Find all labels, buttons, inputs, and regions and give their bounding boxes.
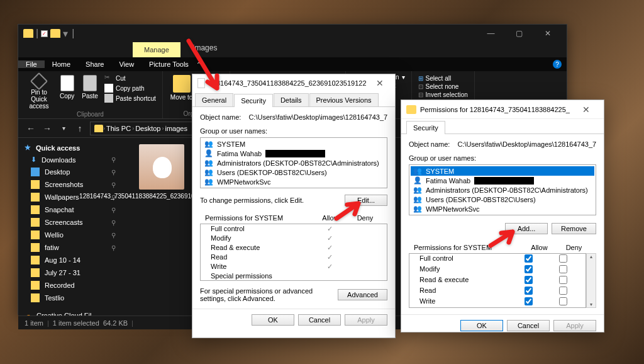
close-button[interactable]: ✕ — [370, 78, 390, 88]
close-button[interactable]: ✕ — [574, 105, 599, 115]
sidebar-item-screenshots[interactable]: Screenshots⚲ — [18, 178, 122, 191]
dialog-title-bar: Permissions for 128164743_73504118388422… — [401, 100, 604, 119]
navigation-pane: ★Quick access ⬇Downloads⚲ Desktop⚲ Scree… — [18, 138, 122, 316]
manage-tab[interactable]: Manage — [133, 42, 180, 57]
tab-security[interactable]: Security — [406, 121, 445, 134]
sidebar-item-july[interactable]: July 27 - 31 — [18, 266, 122, 279]
sidebar-item-aug[interactable]: Aug 10 - 14 — [18, 254, 122, 266]
sidebar-item-wellio[interactable]: Wellio⚲ — [18, 229, 122, 241]
sidebar-item-recorded[interactable]: Recorded — [18, 279, 122, 292]
deny-checkbox[interactable] — [559, 276, 567, 284]
tab-general[interactable]: General — [195, 93, 233, 106]
forward-button[interactable]: → — [41, 123, 53, 134]
file-icon — [197, 78, 205, 88]
help-icon[interactable]: ? — [553, 60, 562, 69]
deny-checkbox[interactable] — [559, 297, 567, 305]
deny-checkbox[interactable] — [559, 287, 567, 295]
folder-icon — [94, 125, 103, 132]
list-item[interactable]: 👤Fatima Wahab — [202, 149, 386, 158]
list-item[interactable]: 👥Administrators (DESKTOP-0BST82C\Adminis… — [202, 158, 386, 168]
list-item[interactable]: 👤Fatima Wahab — [411, 176, 594, 185]
list-item[interactable]: 👥WMPNetworkSvc — [202, 177, 386, 186]
sidebar-item-creative-cloud[interactable]: ☁Creative Cloud Fil⌄ — [18, 309, 122, 316]
sidebar-item-desktop[interactable]: Desktop⚲ — [18, 166, 122, 178]
minimize-button[interactable]: — — [477, 25, 505, 42]
dialog-title-bar: 128164743_735041183884225_62369102351912… — [192, 74, 395, 92]
allow-checkbox[interactable] — [525, 287, 533, 295]
user-list[interactable]: 👥SYSTEM 👤Fatima Wahab 👥Administrators (D… — [409, 164, 596, 215]
pin-icon — [30, 72, 48, 90]
share-menu[interactable]: Share — [78, 60, 111, 68]
file-menu[interactable]: File — [18, 60, 45, 68]
permissions-table: Full control✓ Modify✓ Read & execute✓ Re… — [200, 224, 387, 281]
view-menu[interactable]: View — [111, 60, 142, 68]
check-icon: ✓ — [41, 30, 48, 37]
ok-button[interactable]: OK — [252, 314, 294, 326]
tab-security[interactable]: Security — [234, 94, 273, 107]
back-button[interactable]: ← — [25, 123, 37, 134]
folder-icon — [23, 29, 33, 38]
sidebar-item-quick-access[interactable]: ★Quick access — [18, 142, 122, 154]
picture-tools-menu[interactable]: Picture Tools — [142, 60, 196, 68]
copy-path-button[interactable]: Copy path — [104, 84, 156, 93]
scrollbar[interactable]: ▴▾ — [586, 253, 596, 308]
menu-bar: File Home Share View Picture Tools ⌃ ? — [18, 57, 567, 71]
remove-button[interactable]: Remove — [552, 223, 596, 234]
allow-checkbox[interactable] — [525, 297, 533, 305]
sidebar-item-testlio[interactable]: Testlio — [18, 292, 122, 304]
folder-icon — [173, 75, 191, 93]
maximize-button[interactable]: ▢ — [505, 25, 533, 42]
copy-icon — [60, 75, 74, 91]
copy-button[interactable]: Copy — [56, 74, 78, 111]
select-all-button[interactable]: ⊞Select all — [418, 75, 468, 82]
deny-checkbox[interactable] — [559, 265, 567, 273]
apply-button[interactable]: Apply — [345, 314, 387, 326]
sidebar-item-snapchat[interactable]: Snapchat⚲ — [18, 203, 122, 216]
advanced-button[interactable]: Advanced — [338, 289, 387, 300]
select-none-button[interactable]: ⊡Select none — [418, 83, 468, 90]
list-item[interactable]: 👥SYSTEM — [411, 166, 594, 176]
folder-name: images — [180, 42, 230, 57]
permissions-dialog: Permissions for 128164743_73504118388422… — [401, 100, 604, 333]
invert-selection-button[interactable]: ⊟Invert selection — [418, 91, 468, 98]
allow-checkbox[interactable] — [525, 254, 533, 263]
sidebar-item-downloads[interactable]: ⬇Downloads⚲ — [18, 154, 122, 166]
folder-icon — [406, 105, 416, 114]
cancel-button[interactable]: Cancel — [507, 320, 550, 331]
home-menu[interactable]: Home — [45, 60, 78, 68]
pin-button[interactable]: Pin to Quick access — [22, 74, 56, 111]
paste-icon — [83, 75, 97, 91]
up-button[interactable]: ↑ — [74, 123, 86, 134]
add-button[interactable]: Add... — [505, 223, 548, 234]
user-list[interactable]: 👥SYSTEM 👤Fatima Wahab 👥Administrators (D… — [200, 137, 387, 188]
tab-strip: General Security Details Previous Versio… — [192, 93, 395, 107]
file-item[interactable]: 128164743_735041183884225_62369102351912… — [128, 144, 194, 309]
close-button[interactable]: ✕ — [533, 25, 562, 42]
properties-dialog: 128164743_735041183884225_62369102351912… — [192, 74, 396, 338]
allow-checkbox[interactable] — [525, 276, 533, 284]
permissions-table: Full control Modify Read & execute Read … — [409, 253, 586, 308]
tab-previous-versions[interactable]: Previous Versions — [309, 93, 379, 106]
recent-button[interactable]: ▾ — [57, 125, 70, 132]
tab-details[interactable]: Details — [274, 93, 309, 106]
title-bar: | ✓ ▾ | — ▢ ✕ — [18, 25, 567, 42]
folder-icon — [50, 29, 60, 38]
cut-button[interactable]: ✂Cut — [104, 74, 156, 82]
thumbnail — [139, 144, 184, 190]
paste-shortcut-button[interactable]: Paste shortcut — [104, 94, 156, 103]
allow-checkbox[interactable] — [525, 265, 533, 273]
sidebar-item-screencasts[interactable]: Screencasts⚲ — [18, 216, 122, 229]
list-item[interactable]: 👥Users (DESKTOP-0BST82C\Users) — [202, 168, 386, 177]
list-item[interactable]: 👥SYSTEM — [202, 139, 386, 149]
paste-button[interactable]: Paste — [78, 74, 102, 111]
list-item[interactable]: 👥Users (DESKTOP-0BST82C\Users) — [411, 195, 594, 204]
sidebar-item-fatiw[interactable]: fatiw⚲ — [18, 241, 122, 254]
edit-button[interactable]: Edit... — [345, 195, 387, 206]
deny-checkbox[interactable] — [559, 254, 567, 263]
list-item[interactable]: 👥Administrators (DESKTOP-0BST82C\Adminis… — [411, 185, 594, 195]
apply-button[interactable]: Apply — [553, 320, 596, 331]
expand-icon[interactable]: ⌃ — [196, 61, 201, 68]
ok-button[interactable]: OK — [460, 320, 503, 331]
cancel-button[interactable]: Cancel — [298, 314, 341, 326]
list-item[interactable]: 👥WMPNetworkSvc — [411, 204, 594, 213]
